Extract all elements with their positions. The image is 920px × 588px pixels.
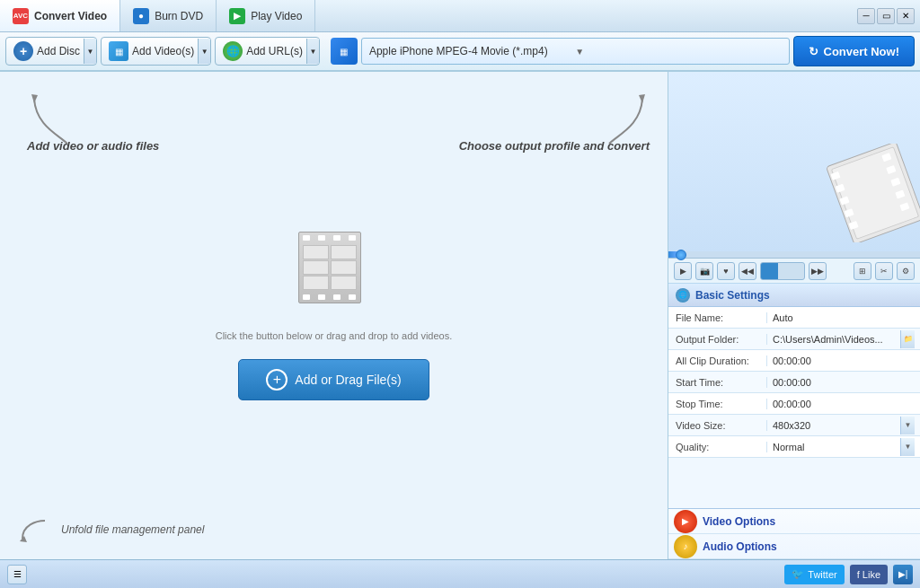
- profile-dropdown-arrow: ▼: [575, 47, 781, 57]
- unfold-hint: Unfold file management panel: [18, 516, 204, 543]
- quality-text: Normal: [773, 442, 900, 452]
- disc-icon: +: [13, 41, 33, 61]
- unfold-arrow-icon: [18, 516, 54, 543]
- output-folder-icon[interactable]: 📁: [900, 330, 915, 348]
- profile-icon: ▦: [331, 38, 358, 65]
- tab-burn-label: Burn DVD: [155, 10, 203, 22]
- progress-bar[interactable]: [668, 251, 920, 259]
- window-controls: ─ ▭ ✕: [857, 8, 920, 24]
- filename-value: Auto: [767, 312, 920, 323]
- unfold-label: Unfold file management panel: [61, 523, 204, 536]
- videosize-value[interactable]: 480x320 ▼: [767, 417, 920, 434]
- quality-dropdown-arrow[interactable]: ▼: [900, 438, 915, 456]
- effect-button[interactable]: ⚙: [897, 262, 915, 280]
- settings-table: File Name: Auto Output Folder: C:\Users\…: [668, 307, 920, 508]
- minimize-button[interactable]: ─: [857, 8, 875, 24]
- settings-row-duration: All Clip Duration: 00:00:00: [668, 350, 920, 372]
- settings-row-output: Output Folder: C:\Users\Admin\Videos... …: [668, 329, 920, 350]
- add-url-label: Add URL(s): [246, 45, 303, 57]
- start-value: 00:00:00: [767, 377, 920, 388]
- next-frame-button[interactable]: ▶▶: [809, 262, 827, 280]
- sidebar: ▶ 📷 ♥ ◀◀ ▶▶ ⊞ ✂ ⚙ 🌐 Basic Settings File …: [668, 72, 920, 559]
- tab-convert-label: Convert Video: [34, 10, 107, 22]
- settings-row-videosize: Video Size: 480x320 ▼: [668, 415, 920, 436]
- convert-now-button[interactable]: ↻ Convert Now!: [793, 36, 916, 66]
- tab-convert[interactable]: AVC Convert Video: [0, 0, 120, 31]
- add-btn-label: Add or Drag File(s): [295, 373, 401, 387]
- option-sections: ▶ Video Options ♪ Audio Options: [668, 508, 920, 559]
- restore-button[interactable]: ▭: [877, 8, 895, 24]
- add-hint-label: Add video or audio files: [27, 139, 159, 153]
- settings-row-start: Start Time: 00:00:00: [668, 372, 920, 393]
- facebook-button[interactable]: f Like: [850, 565, 888, 584]
- progress-handle[interactable]: [676, 250, 686, 260]
- settings-header: 🌐 Basic Settings: [668, 284, 920, 307]
- burn-icon: ●: [133, 8, 149, 24]
- output-value[interactable]: C:\Users\Admin\Videos... 📁: [767, 330, 920, 348]
- drag-hint: Click the button below or drag and drop …: [216, 330, 453, 341]
- add-disc-arrow[interactable]: ▼: [84, 39, 96, 64]
- output-label: Output Folder:: [668, 334, 767, 345]
- stop-label: Stop Time:: [668, 399, 767, 409]
- bookmark-button[interactable]: ♥: [717, 262, 735, 280]
- main-area: Add video or audio files Choose output p…: [0, 72, 920, 559]
- settings-icon: 🌐: [676, 288, 690, 303]
- choose-hint-label: Choose output profile and convert: [459, 139, 650, 153]
- add-drag-button[interactable]: + Add or Drag File(s): [238, 359, 429, 400]
- duration-label: All Clip Duration:: [668, 355, 767, 366]
- crop-button[interactable]: ⊞: [854, 262, 871, 280]
- toolbar: + Add Disc ▼ ▦ Add Video(s) ▼ 🌐 Add URL(…: [0, 32, 920, 72]
- settings-row-quality: Quality: Normal ▼: [668, 436, 920, 458]
- video-icon: ▦: [109, 41, 128, 61]
- content-area: Add video or audio files Choose output p…: [0, 72, 668, 559]
- add-videos-label: Add Video(s): [132, 45, 194, 57]
- convert-label: Convert Now!: [824, 45, 900, 58]
- tab-play[interactable]: ▶ Play Video: [217, 0, 315, 31]
- svg-marker-1: [639, 94, 645, 103]
- close-button[interactable]: ✕: [897, 8, 915, 24]
- videosize-label: Video Size:: [668, 420, 767, 431]
- duration-value: 00:00:00: [767, 355, 920, 366]
- facebook-label: f Like: [857, 569, 880, 580]
- quality-label: Quality:: [668, 442, 767, 452]
- play-icon: ▶: [229, 8, 245, 24]
- audio-options-icon: ♪: [674, 535, 697, 558]
- output-path: C:\Users\Admin\Videos...: [773, 334, 900, 345]
- status-menu-button[interactable]: ☰: [7, 565, 27, 584]
- choose-hint-area: Choose output profile and convert: [459, 90, 650, 153]
- svg-marker-0: [31, 94, 38, 103]
- add-url-arrow[interactable]: ▼: [306, 39, 319, 64]
- tab-play-label: Play Video: [251, 10, 302, 22]
- add-disc-button[interactable]: + Add Disc ▼: [5, 37, 97, 66]
- tab-burn[interactable]: ● Burn DVD: [120, 0, 217, 31]
- stop-value: 00:00:00: [767, 399, 920, 409]
- profile-label: Apple iPhone MPEG-4 Movie (*.mp4): [369, 45, 575, 57]
- video-options-icon: ▶: [674, 510, 697, 533]
- audio-options-row[interactable]: ♪ Audio Options: [668, 534, 920, 559]
- add-url-button[interactable]: 🌐 Add URL(s) ▼: [215, 37, 320, 66]
- controls-row: ▶ 📷 ♥ ◀◀ ▶▶ ⊞ ✂ ⚙: [668, 259, 920, 284]
- profile-selector: ▦ Apple iPhone MPEG-4 Movie (*.mp4) ▼: [331, 38, 790, 65]
- video-options-row[interactable]: ▶ Video Options: [668, 509, 920, 534]
- add-videos-arrow[interactable]: ▼: [198, 39, 210, 64]
- plus-icon: +: [266, 369, 288, 391]
- add-videos-button[interactable]: ▦ Add Video(s) ▼: [101, 37, 211, 66]
- refresh-icon: ↻: [809, 45, 818, 58]
- add-disc-label: Add Disc: [37, 45, 80, 57]
- settings-row-filename: File Name: Auto: [668, 307, 920, 329]
- quality-value[interactable]: Normal ▼: [767, 438, 920, 456]
- video-options-label: Video Options: [703, 515, 775, 528]
- twitter-button[interactable]: 🐦 Twitter: [784, 565, 844, 584]
- preview-area: [668, 72, 920, 251]
- settings-title: Basic Settings: [695, 289, 770, 302]
- profile-dropdown[interactable]: Apple iPhone MPEG-4 Movie (*.mp4) ▼: [361, 38, 790, 65]
- cut-button[interactable]: ✂: [875, 262, 893, 280]
- volume-slider[interactable]: [760, 262, 805, 280]
- audio-options-label: Audio Options: [703, 540, 777, 553]
- videosize-dropdown-arrow[interactable]: ▼: [900, 417, 915, 434]
- filename-label: File Name:: [668, 312, 767, 323]
- navigate-end-button[interactable]: ▶|: [893, 565, 913, 584]
- screenshot-button[interactable]: 📷: [695, 262, 713, 280]
- play-button[interactable]: ▶: [674, 262, 692, 280]
- prev-frame-button[interactable]: ◀◀: [739, 262, 756, 280]
